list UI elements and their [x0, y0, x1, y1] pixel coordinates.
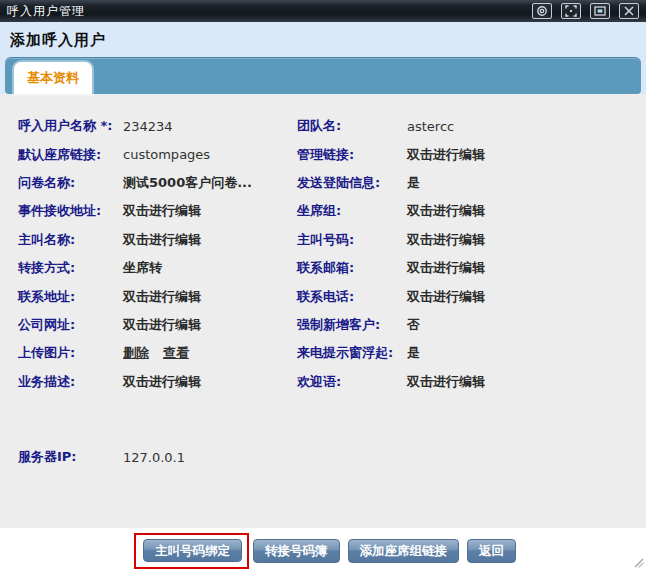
window-titlebar: 呼入用户管理 [0, 0, 646, 22]
field-label: 来电提示窗浮起: [297, 344, 407, 362]
form-row: 业务描述:双击进行编辑欢迎语:双击进行编辑 [0, 368, 646, 396]
field-link[interactable]: 删除 [123, 345, 149, 360]
field-links: 删除查看 [123, 344, 297, 362]
return-button[interactable]: 返回 [467, 539, 516, 563]
field-value[interactable]: 双击进行编辑 [407, 259, 646, 277]
circle-tool-icon [536, 5, 548, 17]
form-row: 默认座席链接:custompages管理链接:双击进行编辑 [0, 140, 646, 168]
field-label: 事件接收地址: [18, 202, 123, 220]
form-row: 公司网址:双击进行编辑强制新增客户:否 [0, 311, 646, 339]
field-value[interactable]: 双击进行编辑 [123, 288, 297, 306]
page-header: 添加呼入用户 [0, 22, 646, 57]
resize-grip[interactable] [632, 553, 644, 572]
restore-button[interactable] [590, 3, 610, 19]
form-row: 上传图片:删除查看来电提示窗浮起:是 [0, 339, 646, 367]
field-label: 公司网址: [18, 316, 123, 334]
tab-region: 基本资料 [0, 57, 646, 94]
field-label: 联系地址: [18, 288, 123, 306]
window-title: 呼入用户管理 [7, 3, 523, 20]
highlight-annotation: 主叫号码绑定 [134, 533, 249, 570]
field-value[interactable]: 双击进行编辑 [407, 231, 646, 249]
transfer-phonebook-button[interactable]: 转接号码簿 [253, 539, 340, 563]
close-button[interactable] [619, 3, 639, 19]
field-value[interactable]: 是 [407, 344, 646, 362]
field-value[interactable]: 234234 [123, 119, 297, 134]
form-row: 主叫名称:双击进行编辑主叫号码:双击进行编辑 [0, 226, 646, 254]
field-label: 欢迎语: [297, 373, 407, 391]
form-row: 问卷名称:测试5000客户问卷...发送登陆信息:是 [0, 169, 646, 197]
field-value[interactable]: 双击进行编辑 [407, 373, 646, 391]
form-row: 联系地址:双击进行编辑联系电话:双击进行编辑 [0, 282, 646, 310]
field-label: 发送登陆信息: [297, 174, 407, 192]
form-content: 呼入用户名称 *:234234团队名:astercc默认座席链接:customp… [0, 94, 646, 528]
tab-basic-info[interactable]: 基本资料 [14, 62, 92, 94]
field-label: 默认座席链接: [18, 146, 123, 164]
field-value[interactable]: astercc [407, 119, 646, 134]
maximize-icon [565, 5, 577, 17]
form-row: 事件接收地址:双击进行编辑坐席组:双击进行编辑 [0, 197, 646, 225]
field-value[interactable]: 坐席转 [123, 259, 297, 277]
form-row: 转接方式:坐席转联系邮箱:双击进行编辑 [0, 254, 646, 282]
restore-icon [594, 5, 606, 17]
server-ip-row: 服务器IP: 127.0.0.1 [0, 443, 646, 471]
server-ip-label: 服务器IP: [18, 448, 123, 466]
field-value[interactable]: 双击进行编辑 [123, 231, 297, 249]
field-label: 转接方式: [18, 259, 123, 277]
field-label: 联系电话: [297, 288, 407, 306]
field-value[interactable]: 否 [407, 316, 646, 334]
field-link[interactable]: 查看 [163, 345, 189, 360]
page-title: 添加呼入用户 [10, 31, 106, 49]
field-value[interactable]: 双击进行编辑 [407, 202, 646, 220]
field-label: 上传图片: [18, 344, 123, 362]
field-label: 强制新增客户: [297, 316, 407, 334]
app-window: 呼入用户管理 添加呼入用户 [0, 0, 646, 574]
field-value[interactable]: custompages [123, 147, 297, 162]
maximize-button[interactable] [561, 3, 581, 19]
field-label: 业务描述: [18, 373, 123, 391]
close-icon [623, 5, 635, 17]
field-label: 主叫号码: [297, 231, 407, 249]
field-label: 主叫名称: [18, 231, 123, 249]
circle-tool-button[interactable] [532, 3, 552, 19]
form-row: 呼入用户名称 *:234234团队名:astercc [0, 112, 646, 140]
field-value[interactable]: 测试5000客户问卷... [123, 174, 297, 192]
field-value[interactable]: 双击进行编辑 [123, 202, 297, 220]
form-rows: 呼入用户名称 *:234234团队名:astercc默认座席链接:customp… [0, 112, 646, 396]
footer-bar: 主叫号码绑定 转接号码簿 添加座席组链接 返回 [0, 528, 646, 574]
field-label: 管理链接: [297, 146, 407, 164]
field-value[interactable]: 双击进行编辑 [123, 316, 297, 334]
field-label: 问卷名称: [18, 174, 123, 192]
tabstrip: 基本资料 [5, 57, 641, 94]
field-label: 联系邮箱: [297, 259, 407, 277]
bind-caller-number-button[interactable]: 主叫号码绑定 [143, 539, 242, 563]
field-label: 团队名: [297, 117, 407, 135]
field-label: 坐席组: [297, 202, 407, 220]
field-value[interactable]: 双击进行编辑 [407, 146, 646, 164]
resize-grip-icon [632, 556, 644, 568]
field-value[interactable]: 双击进行编辑 [407, 288, 646, 306]
server-ip-value: 127.0.0.1 [123, 450, 297, 465]
add-agent-group-link-button[interactable]: 添加座席组链接 [348, 539, 460, 563]
field-value[interactable]: 是 [407, 174, 646, 192]
field-value[interactable]: 双击进行编辑 [123, 373, 297, 391]
field-label: 呼入用户名称 *: [18, 117, 123, 135]
